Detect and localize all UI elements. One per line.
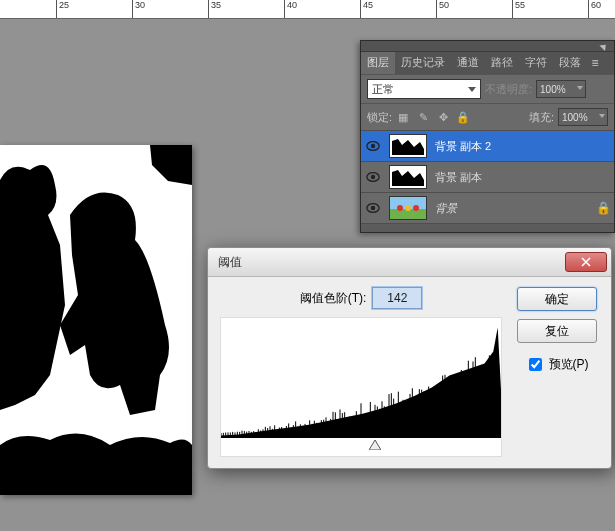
lock-move-icon[interactable]: ✥ xyxy=(436,110,450,124)
panel-menu-icon[interactable]: ≡ xyxy=(587,52,603,74)
threshold-input[interactable] xyxy=(372,287,422,309)
layer-name: 背景 xyxy=(431,201,592,216)
ruler-horizontal: 20253035404550556065 xyxy=(0,0,615,19)
histogram-box xyxy=(220,317,502,457)
svg-point-25 xyxy=(413,205,419,211)
opacity-label: 不透明度: xyxy=(485,82,532,97)
tab-paragraph[interactable]: 段落 xyxy=(553,52,587,74)
svg-point-12 xyxy=(173,475,183,485)
preview-checkbox-row[interactable]: 预览(P) xyxy=(525,355,589,374)
preview-checkbox[interactable] xyxy=(529,358,542,371)
blend-opacity-row: 正常 不透明度: 100% xyxy=(361,74,614,103)
svg-point-11 xyxy=(134,477,146,489)
close-button[interactable] xyxy=(565,252,607,272)
layer-thumbnail xyxy=(389,134,427,158)
threshold-label: 阈值色阶(T): xyxy=(300,290,367,307)
layers-panel: 图层 历史记录 通道 路径 字符 段落 ≡ 正常 不透明度: 100% 锁定: … xyxy=(360,40,615,233)
document-canvas[interactable] xyxy=(0,145,192,495)
svg-point-6 xyxy=(141,458,155,472)
svg-point-10 xyxy=(97,475,107,485)
layer-list: 背景 副本 2 背景 副本 背景 🔒 xyxy=(361,130,614,232)
lock-icon-group: ▦ ✎ ✥ 🔒 xyxy=(396,110,470,124)
histogram-chart xyxy=(221,318,501,438)
dialog-titlebar[interactable]: 阈值 xyxy=(208,248,611,277)
blend-mode-value: 正常 xyxy=(372,82,394,97)
layer-row[interactable]: 背景 副本 xyxy=(361,161,614,192)
layer-name: 背景 副本 2 xyxy=(431,139,592,154)
layer-row[interactable]: 背景 🔒 xyxy=(361,192,614,223)
lock-brush-icon[interactable]: ✎ xyxy=(416,110,430,124)
panel-grip[interactable] xyxy=(361,41,614,52)
close-icon xyxy=(581,257,591,267)
tab-history[interactable]: 历史记录 xyxy=(395,52,451,74)
reset-button[interactable]: 复位 xyxy=(517,319,597,343)
dialog-title: 阈值 xyxy=(218,254,242,271)
threshold-dialog: 阈值 阈值色阶(T): 确定 复位 xyxy=(207,247,612,469)
threshold-image xyxy=(0,145,192,495)
svg-point-3 xyxy=(63,446,77,460)
layer-thumbnail xyxy=(389,165,427,189)
svg-point-23 xyxy=(397,205,403,211)
ok-button[interactable]: 确定 xyxy=(517,287,597,311)
threshold-slider[interactable] xyxy=(221,440,501,452)
svg-point-17 xyxy=(371,175,375,179)
lock-icon: 🔒 xyxy=(596,201,611,215)
opacity-field[interactable]: 100% xyxy=(536,80,586,98)
svg-point-8 xyxy=(7,472,17,482)
svg-point-1 xyxy=(14,449,26,461)
lock-all-icon[interactable]: 🔒 xyxy=(456,110,470,124)
svg-point-14 xyxy=(371,144,375,148)
lock-label: 锁定: xyxy=(367,110,392,125)
lock-fill-row: 锁定: ▦ ✎ ✥ 🔒 填充: 100% xyxy=(361,103,614,130)
preview-label: 预览(P) xyxy=(549,356,589,373)
tab-character[interactable]: 字符 xyxy=(519,52,553,74)
tab-channels[interactable]: 通道 xyxy=(451,52,485,74)
blend-mode-dropdown[interactable]: 正常 xyxy=(367,79,481,99)
layer-name: 背景 副本 xyxy=(431,170,592,185)
svg-point-2 xyxy=(40,460,50,470)
svg-point-24 xyxy=(405,205,411,211)
layer-thumbnail xyxy=(389,196,427,220)
slider-thumb-icon[interactable] xyxy=(369,440,381,450)
fill-field[interactable]: 100% xyxy=(558,108,608,126)
svg-point-4 xyxy=(90,462,100,472)
eye-icon[interactable] xyxy=(366,140,380,152)
eye-icon[interactable] xyxy=(366,202,380,214)
lock-transparent-icon[interactable]: ▦ xyxy=(396,110,410,124)
svg-point-7 xyxy=(167,452,177,462)
svg-point-20 xyxy=(371,206,375,210)
tab-paths[interactable]: 路径 xyxy=(485,52,519,74)
tab-layers[interactable]: 图层 xyxy=(361,52,395,74)
eye-icon[interactable] xyxy=(366,171,380,183)
fill-label: 填充: xyxy=(529,110,554,125)
svg-point-5 xyxy=(114,449,126,461)
panel-tabs: 图层 历史记录 通道 路径 字符 段落 ≡ xyxy=(361,52,614,74)
layer-row[interactable]: 背景 副本 2 xyxy=(361,130,614,161)
svg-point-9 xyxy=(52,477,64,489)
